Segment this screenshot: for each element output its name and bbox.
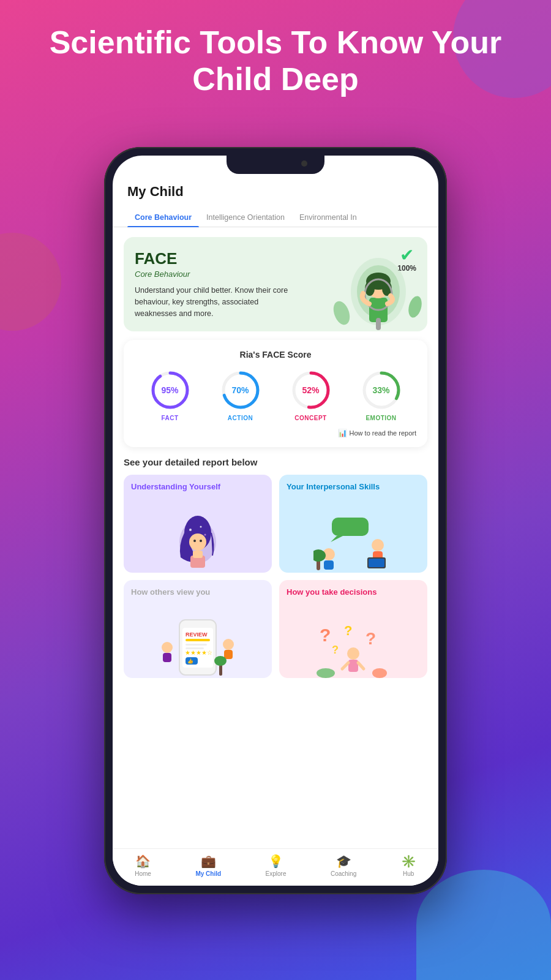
svg-rect-29 [193,551,203,558]
interpersonal-title: Your Interpersonal Skills [287,482,420,492]
svg-point-63 [317,668,335,678]
svg-text:👍: 👍 [187,658,193,664]
my-child-label: My Child [195,870,221,877]
fact-label: FACT [161,415,178,421]
score-circles: 95% FACT 70% [135,369,416,421]
bg-blob-left [0,233,61,331]
phone-frame: My Child Core Behaviour Intelligence Ori… [104,147,447,894]
phone-screen: My Child Core Behaviour Intelligence Ori… [113,156,438,886]
tab-core-behaviour[interactable]: Core Behaviour [127,208,199,227]
report-heading: See your detailed report below [124,457,427,467]
others-view-title: How others view you [131,587,264,598]
camera-icon [301,160,307,167]
tab-intelligence-orientation[interactable]: Intelligence Orientation [199,208,292,227]
nav-explore[interactable]: 💡 Explore [266,854,287,877]
understanding-title: Understanding Yourself [131,482,264,492]
report-card-decisions[interactable]: How you take decisions ? ? ? ? [279,580,427,678]
understanding-illustration [124,505,272,573]
svg-line-62 [358,663,364,669]
circle-fact: 95% [149,369,191,411]
explore-icon: 💡 [268,854,283,869]
svg-text:?: ? [320,625,331,645]
svg-marker-31 [331,536,343,542]
nav-coaching[interactable]: 🎓 Coaching [331,854,356,877]
hub-label: Hub [403,870,414,877]
svg-point-25 [189,533,206,551]
svg-rect-50 [163,653,171,662]
svg-point-27 [200,540,202,542]
svg-rect-37 [369,559,384,567]
circle-action: 70% [220,369,261,411]
svg-point-22 [200,526,202,528]
svg-point-54 [214,656,227,666]
svg-point-49 [162,642,173,653]
face-card: FACE Core Behaviour Understand your chil… [124,237,427,331]
circle-concept: 52% [290,369,332,411]
svg-rect-44 [186,644,207,646]
report-card-others-view[interactable]: How others view you REVIEW [124,580,272,678]
face-description: Understand your child better. Know their… [135,285,290,319]
score-item-action: 70% ACTION [220,369,261,421]
explore-label: Explore [266,870,287,877]
concept-label: CONCEPT [294,415,326,421]
score-item-concept: 52% CONCEPT [290,369,332,421]
home-icon: 🏠 [135,854,151,869]
score-card: Ria's FACE Score 95% FACT [124,340,427,447]
svg-rect-52 [224,650,233,659]
svg-point-9 [331,299,353,327]
score-footer[interactable]: 📊 How to read the report [135,429,416,437]
svg-rect-53 [219,665,222,676]
coaching-label: Coaching [331,870,356,877]
action-label: ACTION [228,415,253,421]
svg-point-34 [372,539,384,551]
svg-rect-7 [376,318,381,330]
tab-environmental[interactable]: Environmental In [292,208,364,227]
svg-point-21 [189,529,192,531]
concept-value: 52% [302,385,319,395]
my-child-icon: 💼 [201,854,216,869]
main-scroll[interactable]: FACE Core Behaviour Understand your chil… [113,227,438,848]
svg-line-61 [342,663,348,669]
svg-point-24 [204,534,206,536]
fact-value: 95% [161,385,178,395]
svg-text:★★★★☆: ★★★★☆ [185,649,212,656]
report-grid: Understanding Yourself [124,475,427,678]
app-header: My Child [113,174,438,200]
svg-text:?: ? [332,644,339,656]
report-card-interpersonal[interactable]: Your Interpersonal Skills [279,475,427,573]
svg-text:REVIEW: REVIEW [186,631,208,638]
tabs-bar: Core Behaviour Intelligence Orientation … [113,202,438,227]
coaching-icon: 🎓 [336,854,351,869]
svg-point-64 [372,668,387,678]
circle-emotion: 33% [361,369,402,411]
nav-hub[interactable]: ✳️ Hub [401,854,416,877]
bottom-nav: 🏠 Home 💼 My Child 💡 Explore 🎓 Coaching ✳… [113,848,438,886]
svg-rect-43 [186,639,210,641]
score-item-emotion: 33% EMOTION [361,369,402,421]
decisions-illustration: ? ? ? ? [279,611,427,678]
interpersonal-illustration [279,505,427,573]
svg-point-26 [193,540,196,542]
emotion-value: 33% [372,385,389,395]
bg-blob-bottom-right [416,870,551,980]
report-footer-text: How to read the report [350,429,416,437]
report-card-understanding[interactable]: Understanding Yourself [124,475,272,573]
others-view-illustration: REVIEW ★★★★☆ 👍 [124,611,272,678]
report-info-icon: 📊 [338,429,347,437]
nav-my-child[interactable]: 💼 My Child [195,854,221,877]
screen-content: My Child Core Behaviour Intelligence Ori… [113,174,438,886]
hub-icon: ✳️ [401,854,416,869]
svg-text:?: ? [365,629,376,648]
score-item-fact: 95% FACT [149,369,191,421]
phone-notch [227,156,324,174]
nav-home[interactable]: 🏠 Home [135,854,151,877]
hero-title: Scientific Tools To Know Your Child Deep [0,24,551,98]
emotion-label: EMOTION [365,415,396,421]
svg-text:?: ? [344,623,352,638]
svg-rect-60 [348,660,358,672]
svg-point-59 [347,647,359,660]
action-value: 70% [231,385,249,395]
decisions-title: How you take decisions [287,587,420,598]
svg-rect-30 [332,518,369,536]
svg-rect-33 [324,560,334,570]
